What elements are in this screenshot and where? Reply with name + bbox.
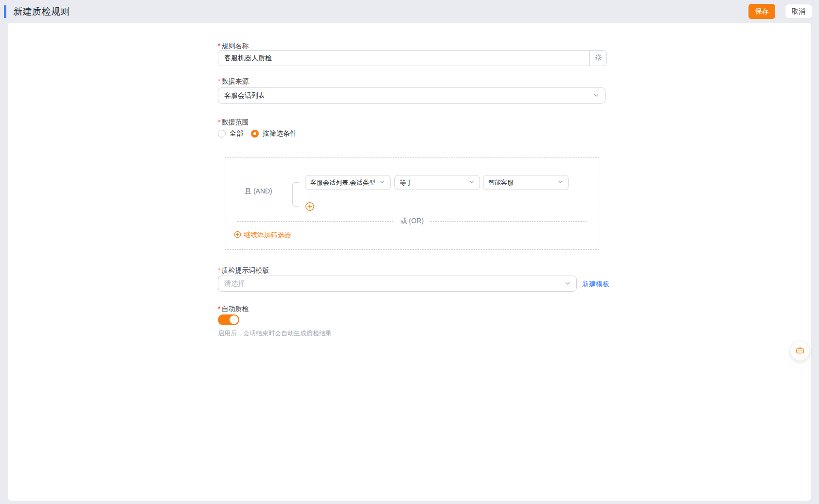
divider-line: [430, 221, 587, 222]
toggle-knob: [230, 315, 238, 324]
divider-line: [237, 221, 393, 222]
new-template-link[interactable]: 新建模板: [582, 280, 609, 289]
radio-option-all[interactable]: 全部: [218, 129, 243, 138]
prompt-template-label: *质检提示词模版: [218, 266, 269, 274]
condition-value-select[interactable]: 智能客服: [483, 175, 569, 190]
auto-qc-hint: 启用后，会话结束时会自动生成质检结果: [218, 329, 332, 338]
prompt-template-select[interactable]: 请选择: [218, 276, 577, 292]
rule-name-input[interactable]: [218, 50, 590, 66]
condition-field-value: 客服会话列表.会话类型: [310, 178, 375, 187]
chevron-down-icon: [565, 280, 570, 288]
condition-value-value: 智能客服: [488, 178, 514, 187]
add-condition-button[interactable]: [305, 202, 315, 211]
rule-name-label: *规则名称: [218, 42, 249, 50]
data-range-label-text: 数据范围: [221, 118, 249, 126]
condition-operator-select[interactable]: 等于: [394, 175, 480, 190]
rule-name-addon-button[interactable]: [589, 50, 607, 66]
plus-circle-icon: [234, 231, 241, 240]
required-asterisk: *: [218, 305, 220, 313]
chevron-down-icon: [379, 179, 385, 186]
data-source-label-text: 数据来源: [221, 77, 249, 85]
prompt-template-placeholder: 请选择: [224, 279, 245, 288]
required-asterisk: *: [218, 77, 220, 85]
radio-selected-icon: [251, 130, 259, 138]
radio-option-filtered[interactable]: 按筛选条件: [251, 129, 297, 138]
required-asterisk: *: [218, 42, 220, 50]
radio-option-all-label: 全部: [230, 129, 243, 138]
or-divider: 或 (OR): [237, 217, 587, 226]
top-bar: 新建质检规则 保存 取消: [0, 0, 819, 23]
add-filter-link-label: 继续添加筛选器: [244, 231, 291, 240]
condition-operator-value: 等于: [400, 178, 412, 187]
chevron-down-icon: [557, 179, 563, 186]
page: 新建质检规则 保存 取消 *规则名称 *数据来源: [0, 0, 819, 504]
radio-unselected-icon: [218, 130, 226, 138]
required-asterisk: *: [218, 266, 220, 274]
auto-qc-label-text: 自动质检: [221, 305, 249, 313]
page-title: 新建质检规则: [13, 5, 70, 18]
or-divider-label: 或 (OR): [400, 217, 424, 226]
assistant-fab-button[interactable]: [791, 342, 809, 361]
data-source-label: *数据来源: [218, 77, 249, 85]
auto-qc-toggle[interactable]: [218, 314, 239, 325]
chevron-down-icon: [469, 179, 475, 186]
radio-option-filtered-label: 按筛选条件: [263, 129, 297, 138]
condition-field-select[interactable]: 客服会话列表.会话类型: [305, 175, 391, 190]
save-button[interactable]: 保存: [748, 4, 775, 19]
filter-builder-box: 且 (AND) 客服会话列表.会话类型 等于 智能客服: [225, 157, 599, 250]
data-source-value: 客服会话列表: [224, 91, 265, 100]
data-range-label: *数据范围: [218, 118, 249, 126]
group-bracket: [292, 182, 299, 207]
robot-icon: [795, 345, 805, 358]
data-range-radio-group: 全部 按筛选条件: [218, 129, 297, 138]
required-asterisk: *: [218, 118, 220, 126]
data-source-select[interactable]: 客服会话列表: [218, 87, 605, 104]
auto-qc-label: *自动质检: [218, 305, 249, 313]
plus-circle-icon: [305, 205, 315, 213]
top-bar-actions: 保存 取消: [748, 4, 812, 19]
title-accent-bar: [4, 5, 6, 18]
form-card: *规则名称 *数据来源 客服会话列表 *数据范围: [8, 23, 811, 501]
cancel-button[interactable]: 取消: [785, 4, 812, 19]
and-group-label: 且 (AND): [245, 187, 272, 196]
add-filter-link[interactable]: 继续添加筛选器: [234, 231, 291, 240]
rule-name-label-text: 规则名称: [221, 42, 249, 50]
loading-spinner-icon: [594, 53, 602, 63]
prompt-template-label-text: 质检提示词模版: [221, 266, 269, 274]
chevron-down-icon: [593, 92, 599, 100]
